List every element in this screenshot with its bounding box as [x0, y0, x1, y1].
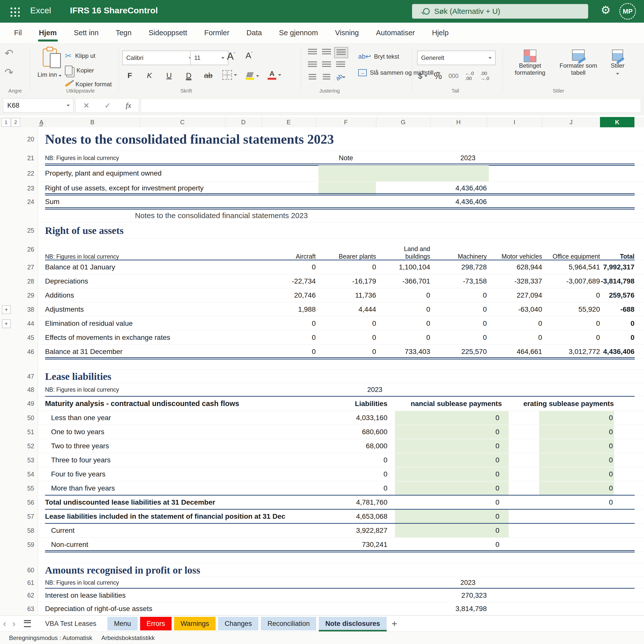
outline-expand-button-row-38[interactable]: +	[2, 305, 11, 314]
ribbon-tab-tegn[interactable]: Tegn	[109, 23, 139, 43]
sheet-tab-errors[interactable]: Errors	[140, 617, 172, 630]
row-number-29[interactable]: 29	[16, 288, 34, 302]
row-number-49[interactable]: 49	[16, 396, 34, 411]
value-cell[interactable]: 0	[600, 316, 644, 331]
row-number-57[interactable]: 57	[16, 509, 34, 524]
borders-button[interactable]	[222, 70, 237, 80]
text-orientation-button[interactable]: ab	[334, 72, 347, 82]
enter-button[interactable]: ✓	[104, 101, 111, 110]
app-launcher-icon[interactable]	[10, 7, 20, 17]
row-number-53[interactable]: 53	[16, 453, 34, 467]
currency-button[interactable]: $	[418, 72, 427, 80]
row-label[interactable]: Non-current	[45, 538, 328, 552]
row-number-52[interactable]: 52	[16, 439, 34, 453]
operating-sublease-value[interactable]: 0	[566, 425, 613, 439]
row-label[interactable]: More than five years	[45, 481, 328, 495]
ribbon-tab-visning[interactable]: Visning	[328, 23, 366, 43]
column-header-J[interactable]: J	[542, 117, 600, 127]
increase-decimal-button[interactable]: .00 →.0	[480, 71, 489, 81]
decrease-font-button[interactable]: Aˇ	[246, 51, 253, 60]
row-number-20[interactable]: 20	[16, 127, 34, 151]
value-cell[interactable]: 3,814,798	[376, 602, 494, 615]
align-right-button[interactable]	[334, 60, 347, 70]
value-cell[interactable]: 4,436,406	[430, 195, 491, 209]
financial-sublease-value[interactable]: 0	[453, 495, 499, 509]
value-cell[interactable]: 7,992,317	[600, 260, 644, 274]
ribbon-tab-hjelp[interactable]: Hjelp	[425, 23, 456, 43]
financial-sublease-value[interactable]: 0	[453, 509, 499, 524]
liabilities-value[interactable]: 0	[322, 467, 387, 481]
ribbon-tab-se-gjennom[interactable]: Se gjennom	[272, 23, 325, 43]
sheet-tab-warnings[interactable]: Warnings	[174, 617, 216, 630]
outline-expand-button-row-44[interactable]: +	[2, 319, 11, 328]
rou-col-header[interactable]: Total	[600, 238, 644, 260]
add-sheet-button[interactable]: +	[392, 618, 397, 629]
search-input[interactable]: Søk (Alternativ + U)	[412, 4, 588, 19]
sheet-tab-note-disclosures[interactable]: Note disclosures	[319, 617, 387, 630]
column-header-F[interactable]: F	[316, 117, 376, 127]
name-box[interactable]: K68	[3, 98, 73, 112]
row-number-61[interactable]: 61	[16, 577, 34, 588]
row-number-51[interactable]: 51	[16, 425, 34, 439]
year-header[interactable]: 2023	[441, 151, 494, 165]
financial-sublease-value[interactable]: 0	[453, 439, 499, 453]
ribbon-tab-automatiser[interactable]: Automatiser	[369, 23, 422, 43]
liabilities-value[interactable]: 4,781,760	[322, 495, 387, 509]
row-label[interactable]: Lease liabilities included in the statem…	[45, 509, 322, 524]
undo-button[interactable]: ↶	[5, 48, 13, 59]
row-number-45[interactable]: 45	[16, 331, 34, 345]
maturity-header[interactable]: Maturity analysis - contractual undiscou…	[45, 396, 322, 411]
row-label[interactable]: Property, plant and equipment owned	[45, 165, 316, 182]
column-header-H[interactable]: H	[430, 117, 487, 127]
font-size-select[interactable]: 11	[190, 51, 228, 65]
value-cell[interactable]: 4,436,406	[430, 182, 491, 195]
row-number-46[interactable]: 46	[16, 345, 34, 359]
copy-button[interactable]: Kopier	[65, 66, 94, 75]
prev-sheet-button[interactable]: ‹	[3, 619, 6, 628]
decrease-decimal-button[interactable]: ←.0 .00	[465, 71, 474, 81]
row-number-38[interactable]: 38	[16, 302, 34, 316]
align-bottom-button[interactable]	[334, 47, 348, 58]
row-label[interactable]: Two to three years	[45, 439, 328, 453]
row-number-22[interactable]: 22	[16, 165, 34, 182]
align-middle-button[interactable]	[320, 47, 333, 57]
font-name-select[interactable]: Calibri	[122, 51, 196, 65]
increase-indent-button[interactable]	[320, 72, 333, 82]
italic-button[interactable]: K	[144, 71, 155, 80]
row-number-63[interactable]: 63	[16, 602, 34, 615]
operating-sublease-value[interactable]: 0	[566, 481, 613, 495]
nb-label[interactable]: NB: Figures in local currency	[45, 151, 297, 165]
next-sheet-button[interactable]: ›	[12, 619, 16, 628]
row-label[interactable]: Three to four years	[45, 453, 328, 467]
financial-sublease-value[interactable]: 0	[453, 524, 499, 538]
liabilities-value[interactable]: 4,033,160	[322, 411, 387, 425]
financial-sublease-value[interactable]: 0	[453, 538, 499, 552]
year-header[interactable]: 2023	[347, 383, 403, 396]
nb-label[interactable]: NB: Figures in local currency	[45, 577, 297, 588]
sheet-list-menu-icon[interactable]	[24, 620, 31, 627]
row-number-60[interactable]: 60	[16, 563, 34, 577]
sheet-tab-menu[interactable]: Menu	[107, 617, 138, 630]
liabilities-value[interactable]: 3,922,827	[322, 524, 387, 538]
outline-level-1-button[interactable]: 1	[2, 118, 11, 127]
liabilities-value[interactable]: 4,653,068	[322, 509, 387, 524]
ribbon-tab-sideoppsett[interactable]: Sideoppsett	[142, 23, 194, 43]
column-header-K[interactable]: K	[600, 117, 634, 127]
document-title[interactable]: IFRS 16 ShareControl	[70, 6, 158, 15]
liabilities-value[interactable]: 730,241	[322, 538, 387, 552]
sheet-title[interactable]: Notes to the consolidated financial stat…	[45, 127, 498, 151]
underline-button[interactable]: U	[164, 71, 175, 80]
cut-button[interactable]: ✂Klipp ut	[65, 51, 95, 61]
sheet-tab-changes[interactable]: Changes	[218, 617, 258, 630]
decrease-indent-button[interactable]	[306, 72, 319, 82]
conditional-formatting-button[interactable]: Betinget formatering	[509, 50, 551, 76]
value-cell[interactable]: -3,814,798	[600, 274, 644, 288]
calculation-mode-status[interactable]: Beregningsmodus : Automatisk	[9, 634, 92, 641]
format-as-table-button[interactable]: Formater som tabell	[554, 50, 602, 76]
operating-sublease-header[interactable]: erating sublease payments	[503, 396, 614, 411]
ribbon-tab-hjem[interactable]: Hjem	[32, 23, 64, 43]
align-center-button[interactable]	[320, 60, 333, 70]
align-left-button[interactable]	[306, 60, 319, 70]
value-cell[interactable]: 259,576	[600, 288, 644, 302]
align-top-button[interactable]	[306, 47, 319, 57]
